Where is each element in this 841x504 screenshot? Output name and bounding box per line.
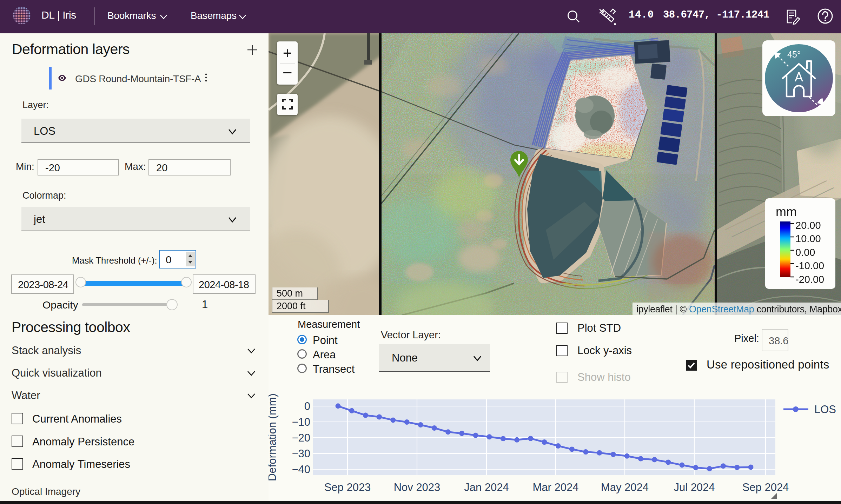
svg-text:Sep 2024: Sep 2024	[742, 481, 789, 493]
svg-text:45°: 45°	[787, 49, 801, 59]
svg-text:Mar 2024: Mar 2024	[533, 481, 579, 493]
svg-text:−30: −30	[292, 447, 310, 460]
svg-text:Jul 2024: Jul 2024	[674, 481, 715, 493]
svg-text:May 2024: May 2024	[601, 481, 649, 493]
svg-text:LOS: LOS	[814, 403, 836, 416]
svg-text:Deformation (mm): Deformation (mm)	[269, 393, 278, 481]
svg-text:0: 0	[304, 400, 310, 412]
svg-text:Nov 2023: Nov 2023	[394, 481, 441, 493]
svg-text:A: A	[795, 70, 803, 84]
svg-text:−20: −20	[292, 432, 310, 444]
svg-text:Sep 2023: Sep 2023	[324, 481, 371, 493]
svg-text:Jan 2024: Jan 2024	[464, 481, 509, 493]
svg-text:−40: −40	[292, 463, 310, 476]
svg-text:−10: −10	[292, 416, 310, 428]
